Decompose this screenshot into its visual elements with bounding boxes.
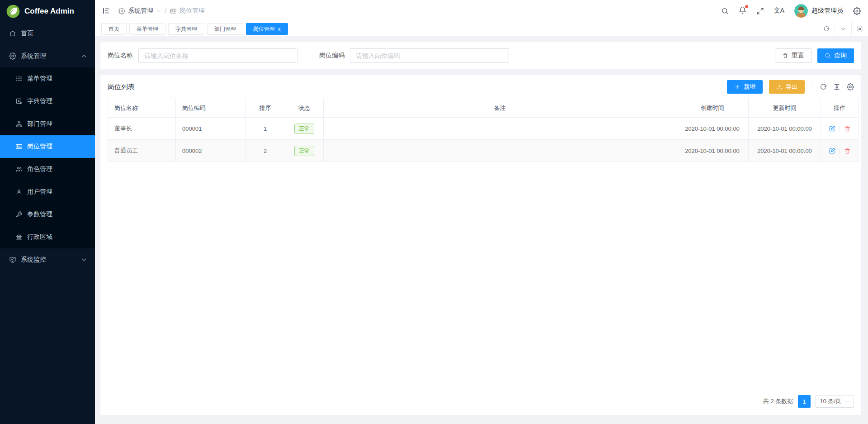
reset-button[interactable]: 重置: [775, 48, 811, 63]
tab-label: 菜单管理: [137, 25, 158, 33]
menu-list-icon: [15, 75, 23, 82]
sidebar-item-label: 系统管理: [21, 52, 46, 60]
refresh-table-icon[interactable]: [820, 83, 827, 91]
sidebar-item-参数管理[interactable]: 参数管理: [0, 203, 95, 226]
breadcrumb: 系统管理 / 岗位管理: [118, 7, 205, 15]
chevron-down-icon: [80, 256, 88, 263]
id-badge-icon: [170, 8, 177, 14]
plus-icon: [734, 84, 741, 90]
edit-icon[interactable]: [829, 125, 835, 132]
add-label: 新增: [744, 83, 755, 91]
sidebar-item-label: 字典管理: [27, 97, 52, 105]
tab-label: 字典管理: [175, 25, 197, 33]
user-menu[interactable]: 超级管理员: [794, 4, 843, 18]
table-row: 普通员工0000022正常2020-10-01 00:00:002020-10-…: [108, 140, 859, 162]
cell-updated-time: 2020-10-01 00:00:00: [749, 118, 821, 140]
bank-icon: [15, 233, 23, 241]
add-button[interactable]: 新增: [727, 80, 763, 94]
cell-post-code: 000001: [176, 118, 245, 140]
cell-post-code: 000002: [176, 140, 245, 162]
download-icon: [776, 84, 783, 90]
query-button[interactable]: 查询: [817, 48, 854, 63]
chevron-down-icon: [845, 399, 850, 404]
tab-部门管理[interactable]: 部门管理: [207, 23, 243, 35]
tab-首页[interactable]: 首页: [101, 23, 127, 35]
breadcrumb-label: 岗位管理: [179, 7, 205, 15]
org-tree-icon: [15, 120, 23, 128]
breadcrumb-item[interactable]: 系统管理: [118, 7, 161, 15]
content-fullscreen-icon[interactable]: [851, 22, 868, 36]
page-size-select[interactable]: 10 条/页: [816, 395, 854, 408]
sidebar-item-岗位管理[interactable]: 岗位管理: [0, 135, 95, 158]
sidebar-item-系统管理[interactable]: 系统管理: [0, 45, 95, 67]
roles-icon: [15, 166, 23, 173]
export-button[interactable]: 导出: [769, 80, 805, 94]
action-divider: [840, 126, 840, 132]
sidebar-item-label: 行政区域: [27, 233, 52, 241]
post-name-input[interactable]: [138, 48, 297, 63]
sidebar-item-系统监控[interactable]: 系统监控: [0, 248, 95, 271]
row-density-icon[interactable]: [833, 83, 840, 91]
sidebar-item-菜单管理[interactable]: 菜单管理: [0, 67, 95, 90]
pagination: 共 2 条数据 1 10 条/页: [108, 388, 854, 415]
chevron-down-icon: [156, 9, 161, 14]
header-actions: 文A 超级管理员: [721, 4, 861, 18]
page-size-value: 10 条/页: [820, 397, 841, 405]
card-title: 岗位列表: [108, 83, 135, 91]
sidebar-item-行政区域[interactable]: 行政区域: [0, 226, 95, 248]
tab-岗位管理[interactable]: 岗位管理x: [246, 23, 288, 35]
column-settings-gear-icon[interactable]: [847, 83, 854, 91]
cell-status: 正常: [285, 118, 324, 140]
tab-label: 首页: [108, 25, 119, 33]
sidebar-item-部门管理[interactable]: 部门管理: [0, 113, 95, 135]
page-button[interactable]: 1: [798, 395, 811, 408]
main-area: 系统管理 / 岗位管理 文A: [95, 0, 868, 424]
tab-菜单管理[interactable]: 菜单管理: [129, 23, 165, 35]
column-header-备注: 备注: [324, 99, 676, 118]
action-divider: [840, 148, 840, 154]
delete-icon[interactable]: [844, 125, 851, 132]
post-table: 岗位名称岗位编码排序状态备注创建时间更新时间操作 董事长0000011正常202…: [108, 99, 859, 162]
sidebar-item-角色管理[interactable]: 角色管理: [0, 158, 95, 181]
sidebar-item-label: 用户管理: [27, 188, 52, 196]
close-icon[interactable]: x: [278, 26, 281, 32]
sidebar-collapse-icon[interactable]: [102, 7, 110, 15]
sidebar-item-用户管理[interactable]: 用户管理: [0, 181, 95, 203]
fullscreen-icon[interactable]: [756, 7, 764, 15]
post-list-card: 岗位列表 新增 导出: [100, 75, 861, 415]
table-row: 董事长0000011正常2020-10-01 00:00:002020-10-0…: [108, 118, 859, 140]
edit-icon[interactable]: [829, 148, 835, 154]
cell-created-time: 2020-10-01 00:00:00: [676, 140, 749, 162]
total-count-text: 共 2 条数据: [763, 397, 793, 405]
settings-gear-icon[interactable]: [853, 7, 861, 15]
notifications-button[interactable]: [739, 6, 746, 16]
form-item-post-code: 岗位编码: [319, 48, 509, 63]
dictionary-icon: [15, 98, 23, 105]
cell-created-time: 2020-10-01 00:00:00: [676, 118, 749, 140]
leaf-logo-icon: [6, 5, 20, 18]
sidebar-item-字典管理[interactable]: 字典管理: [0, 90, 95, 113]
top-header: 系统管理 / 岗位管理 文A: [95, 0, 868, 22]
column-header-创建时间: 创建时间: [676, 99, 749, 118]
sidebar-item-label: 部门管理: [27, 120, 52, 128]
gear-icon: [9, 52, 16, 60]
tab-字典管理[interactable]: 字典管理: [168, 23, 204, 35]
search-icon: [825, 52, 831, 59]
column-header-排序: 排序: [245, 99, 285, 118]
language-icon[interactable]: 文A: [774, 7, 784, 15]
tab-label: 部门管理: [214, 25, 236, 33]
search-icon[interactable]: [721, 7, 729, 15]
refresh-tab-icon[interactable]: [818, 22, 835, 36]
wrench-icon: [15, 211, 23, 218]
app-logo[interactable]: Coffee Admin: [0, 0, 95, 22]
column-header-操作: 操作: [821, 99, 859, 118]
post-code-input[interactable]: [350, 48, 509, 63]
column-header-更新时间: 更新时间: [749, 99, 821, 118]
column-header-状态: 状态: [285, 99, 324, 118]
delete-icon[interactable]: [844, 148, 851, 154]
sidebar-item-首页[interactable]: 首页: [0, 22, 95, 45]
toolbar-divider: [812, 83, 812, 91]
sidebar: Coffee Admin 首页系统管理菜单管理字典管理部门管理岗位管理角色管理用…: [0, 0, 95, 424]
cell-status: 正常: [285, 140, 324, 162]
tab-options-chevron-icon[interactable]: [835, 22, 851, 36]
